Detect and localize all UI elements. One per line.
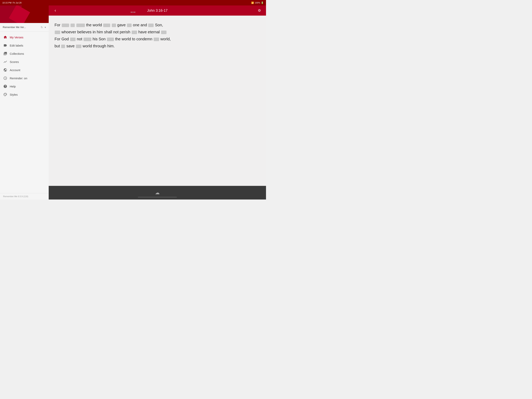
hidden-word <box>62 24 69 27</box>
time-display: 10:15 PM <box>2 1 12 4</box>
nav-label-reminder: Reminder: on <box>10 77 27 80</box>
sidebar-item-styles[interactable]: Styles <box>0 90 49 99</box>
nav-label-collections: Collections <box>10 52 24 55</box>
verse-content: For the world gave one and Son, whoever … <box>49 16 266 186</box>
verse-line-1: For the world gave one and Son, <box>55 21 260 28</box>
status-bar-left: 10:15 PM Fri Jul 28 <box>2 1 21 4</box>
content-area: ‹ John 3:16-17 ⚙ For the world gave one … <box>49 6 266 200</box>
three-dots-indicator <box>131 12 135 13</box>
scores-icon <box>3 60 7 64</box>
bottom-bar: ☁ <box>49 186 266 200</box>
sidebar-decoration <box>0 6 49 23</box>
sidebar-app-title-bar: Remember Me Ver... ↻ ▾ <box>0 23 49 32</box>
status-bar: 10:15 PM Fri Jul 28 📶 100% 🔋 <box>0 0 266 6</box>
hidden-word <box>55 31 60 34</box>
hidden-word <box>127 24 132 27</box>
hidden-word <box>132 31 137 34</box>
label-icon <box>3 43 7 48</box>
sidebar-item-collections[interactable]: Collections <box>0 50 49 58</box>
settings-button[interactable]: ⚙ <box>256 8 263 13</box>
battery-display: 100% <box>255 1 260 4</box>
hidden-word <box>61 45 65 48</box>
svg-point-3 <box>6 94 6 95</box>
styles-icon <box>3 92 7 97</box>
date-display: Fri Jul 28 <box>13 1 21 4</box>
verse-line-3: For God not his Son the world to condemn… <box>55 35 260 42</box>
sidebar-item-reminder[interactable]: Reminder: on <box>0 74 49 82</box>
verse-line-4: but save world through him. <box>55 42 260 50</box>
verse-line-2: whoever believes in him shall not perish… <box>55 28 260 35</box>
hidden-word <box>112 24 116 27</box>
cloud-icon: ☁ <box>155 190 160 195</box>
nav-label-edit-labels: Edit labels <box>10 44 23 47</box>
sidebar: Remember Me Ver... ↻ ▾ My Verses Edit la… <box>0 6 49 200</box>
hidden-word <box>148 24 154 27</box>
hidden-word <box>70 24 75 27</box>
hidden-word <box>76 45 81 48</box>
toolbar: ‹ John 3:16-17 ⚙ <box>49 6 266 16</box>
sidebar-dropdown-icon[interactable]: ▾ <box>44 26 46 29</box>
home-icon <box>3 35 7 39</box>
sidebar-refresh-icon[interactable]: ↻ <box>41 26 43 29</box>
hidden-word <box>103 24 110 27</box>
hidden-word <box>161 31 166 34</box>
nav-label-help: Help <box>10 85 16 88</box>
hidden-word <box>83 38 91 41</box>
sidebar-footer: Remember Me 6.5.9 (116) <box>0 193 49 200</box>
svg-point-2 <box>6 94 6 94</box>
sidebar-item-scores[interactable]: Scores <box>0 58 49 66</box>
nav-label-styles: Styles <box>10 93 18 96</box>
sidebar-nav: My Verses Edit labels Collections Scores <box>0 32 49 193</box>
hidden-word <box>76 24 85 27</box>
bottom-scrollbar[interactable] <box>138 197 177 198</box>
hidden-word <box>70 38 76 41</box>
help-icon <box>3 84 7 89</box>
svg-point-0 <box>4 94 5 95</box>
hidden-word <box>154 38 159 41</box>
wifi-icon: 📶 <box>251 1 254 4</box>
collections-icon <box>3 51 7 56</box>
status-bar-right: 📶 100% 🔋 <box>251 1 264 4</box>
nav-label-my-verses: My Verses <box>10 36 23 39</box>
nav-label-account: Account <box>10 68 20 72</box>
reminder-icon <box>3 76 7 80</box>
sidebar-item-account[interactable]: Account <box>0 66 49 74</box>
sidebar-item-help[interactable]: Help <box>0 82 49 90</box>
svg-point-1 <box>5 94 5 94</box>
sidebar-item-my-verses[interactable]: My Verses <box>0 33 49 41</box>
sidebar-app-title-text: Remember Me Ver... <box>3 26 39 29</box>
hidden-word <box>107 38 114 41</box>
main-layout: Remember Me Ver... ↻ ▾ My Verses Edit la… <box>0 6 266 200</box>
sidebar-item-edit-labels[interactable]: Edit labels <box>0 41 49 50</box>
nav-label-scores: Scores <box>10 60 19 64</box>
back-button[interactable]: ‹ <box>52 8 59 13</box>
toolbar-title: John 3:16-17 <box>147 9 167 13</box>
account-icon <box>3 68 7 72</box>
battery-icon: 🔋 <box>261 1 264 4</box>
